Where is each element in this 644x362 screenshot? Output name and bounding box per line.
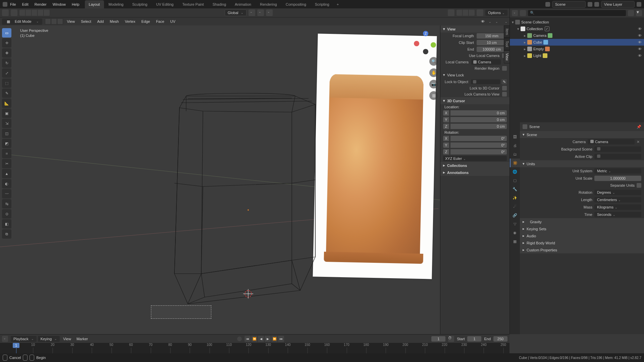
menu-help[interactable]: Help: [69, 1, 82, 8]
tab-mesh-icon[interactable]: ▽: [510, 220, 520, 228]
loc-y-field[interactable]: 0 cm: [450, 117, 507, 122]
edit-menu-view[interactable]: View: [66, 19, 76, 23]
current-frame-field[interactable]: 1: [431, 336, 445, 342]
menu-render[interactable]: Render: [32, 1, 49, 8]
lock-to-cursor-checkbox[interactable]: [502, 86, 507, 90]
pan-icon[interactable]: ✋: [429, 68, 438, 77]
add-workspace-icon[interactable]: +: [334, 0, 341, 8]
scene-section-header[interactable]: Scene: [520, 131, 644, 138]
play-icon[interactable]: ▶: [265, 336, 271, 342]
orientation-dropdown[interactable]: Global: [225, 9, 247, 16]
start-frame-field[interactable]: 1: [467, 336, 481, 342]
xray-dropdown[interactable]: [494, 19, 498, 23]
tool-rotate[interactable]: ↻: [2, 58, 11, 68]
tool-extrude[interactable]: ⇲: [2, 119, 11, 128]
editor-type-icon[interactable]: [2, 9, 9, 16]
play-reverse-icon[interactable]: ◀: [258, 336, 264, 342]
workspace-tab-uv-editing[interactable]: UV Editing: [152, 0, 177, 8]
tool-spin[interactable]: ◐: [2, 179, 11, 188]
keying-section-header[interactable]: Keying Sets: [520, 225, 644, 232]
tab-item[interactable]: Item: [504, 25, 510, 38]
tool-knife[interactable]: ✂: [2, 159, 11, 168]
tab-scene-icon[interactable]: 🔆: [510, 159, 520, 167]
menu-edit[interactable]: Edit: [19, 1, 31, 8]
axis-x[interactable]: [414, 41, 419, 46]
tab-particle-icon[interactable]: ✨: [510, 193, 520, 202]
edit-menu-select[interactable]: Select: [79, 19, 93, 23]
outliner-item-cube[interactable]: ▸Cube👁: [510, 39, 644, 46]
edit-menu-add[interactable]: Add: [96, 19, 105, 23]
next-key-icon[interactable]: ⏩: [271, 336, 277, 342]
new-viewlayer-icon[interactable]: [637, 2, 641, 7]
background-scene-field[interactable]: [594, 146, 641, 152]
mode-dropdown[interactable]: ▦ Edit Mode: [2, 18, 42, 25]
gizmo-xyz[interactable]: [457, 10, 475, 16]
tool-loop-cut[interactable]: ⌗: [2, 149, 11, 158]
gravity-section-header[interactable]: Gravity: [520, 218, 644, 225]
loc-x-field[interactable]: 0 cm: [450, 110, 507, 116]
local-camera-field[interactable]: Camera: [471, 59, 501, 65]
edit-menu-vertex[interactable]: Vertex: [123, 19, 137, 23]
tab-physics-icon[interactable]: ☄: [510, 202, 520, 211]
mass-unit-dropdown[interactable]: Kilograms: [594, 204, 641, 210]
tab-view[interactable]: View: [504, 50, 510, 64]
eyedropper-icon[interactable]: ✎: [501, 79, 507, 84]
tab-tool[interactable]: Tool: [504, 38, 510, 50]
visibility-icon[interactable]: 👁: [637, 26, 642, 31]
tool-add-cube[interactable]: ▣: [2, 109, 11, 118]
visibility-icon[interactable]: 👁: [637, 40, 642, 45]
unit-scale-field[interactable]: 1.000000: [594, 176, 641, 181]
timeline-editor-icon[interactable]: [2, 336, 8, 342]
tab-material-icon[interactable]: ◉: [510, 228, 520, 237]
tool-bevel[interactable]: ◩: [2, 139, 11, 148]
timeline-menu-marker[interactable]: Marker: [74, 336, 90, 342]
tool-poly-build[interactable]: ▲: [2, 169, 11, 178]
outliner-item-camera[interactable]: ▸Camera👁: [510, 32, 644, 39]
tab-output-icon[interactable]: 🖨: [510, 141, 520, 150]
units-section-header[interactable]: Units: [520, 160, 644, 167]
timeline-menu-view[interactable]: View: [61, 336, 73, 342]
rot-y-field[interactable]: 0°: [450, 142, 507, 148]
workspace-tab-texture-paint[interactable]: Texture Paint: [178, 0, 208, 8]
tab-render-icon[interactable]: 🖼: [510, 132, 520, 141]
tool-inset[interactable]: ◫: [2, 129, 11, 138]
options-dropdown[interactable]: Options: [485, 10, 507, 16]
overlay-toggle-icon[interactable]: [477, 9, 483, 16]
audio-section-header[interactable]: Audio: [520, 232, 644, 239]
edit-menu-edge[interactable]: Edge: [140, 19, 151, 23]
timeline-ruler[interactable]: 1 10203040506070809010011012013014015016…: [0, 343, 509, 354]
tab-world-icon[interactable]: 🌐: [510, 167, 520, 176]
loc-z-field[interactable]: 0 cm: [450, 124, 507, 129]
timeline-menu-keying[interactable]: Keying: [38, 336, 60, 342]
prev-key-icon[interactable]: ⏪: [251, 336, 257, 342]
end-frame-field[interactable]: 250: [493, 336, 507, 342]
menu-file[interactable]: File: [7, 1, 19, 8]
preview-range-icon[interactable]: ⏱: [448, 336, 454, 342]
rigid-section-header[interactable]: Rigid Body World: [520, 239, 644, 246]
tool-scale[interactable]: ⤢: [2, 68, 11, 78]
workspace-tab-compositing[interactable]: Compositing: [282, 0, 310, 8]
tool-shrink[interactable]: ⊙: [2, 209, 11, 219]
annotations-header[interactable]: Annotations: [440, 169, 509, 176]
collections-header[interactable]: Collections: [440, 162, 509, 169]
workspace-tab-sculpting[interactable]: Sculpting: [128, 0, 151, 8]
clip-end-field[interactable]: 100000 cm: [477, 47, 507, 52]
workspace-tab-layout[interactable]: Layout: [85, 0, 104, 8]
copy-scene-icon[interactable]: [588, 2, 592, 7]
clear-icon[interactable]: ✕: [637, 140, 641, 144]
view-panel-header[interactable]: View: [440, 25, 509, 33]
tool-annotate[interactable]: ✎: [2, 88, 11, 98]
rotation-order-dropdown[interactable]: XYZ Euler: [443, 156, 507, 161]
collection-exclude-checkbox[interactable]: ✓: [545, 26, 549, 31]
cursor-icon[interactable]: [11, 9, 17, 16]
tool-transform[interactable]: ⬚: [2, 78, 11, 88]
rot-x-field[interactable]: 0°: [450, 136, 507, 141]
camera-field[interactable]: Camera: [588, 139, 635, 144]
mesh-select-mode[interactable]: [45, 18, 63, 24]
focal-length-field[interactable]: 150 mm: [477, 33, 507, 39]
custom-section-header[interactable]: Custom Properties: [520, 246, 644, 253]
playhead[interactable]: 1: [13, 343, 19, 348]
shading-options-icon[interactable]: [503, 19, 507, 23]
gizmo-toggle-icon[interactable]: [448, 9, 454, 16]
viewlayer-selector[interactable]: View Layer: [601, 1, 635, 8]
